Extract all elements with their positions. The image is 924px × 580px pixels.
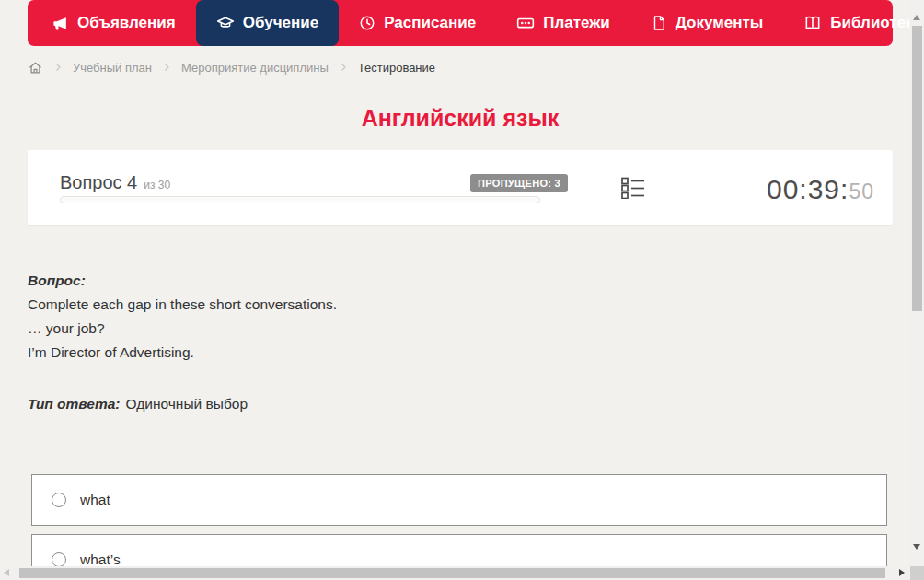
breadcrumb-home-icon[interactable] xyxy=(28,60,43,75)
main-navbar: Объявления Обучение Расписание xyxy=(28,0,893,46)
nav-item-schedule[interactable]: Расписание xyxy=(339,0,496,46)
nav-item-label: Расписание xyxy=(384,14,476,32)
breadcrumb-item-testing: Тестирование xyxy=(358,61,435,75)
nav-item-payments[interactable]: Платежи xyxy=(496,0,630,46)
cash-icon xyxy=(516,14,535,32)
nav-item-label: Объявления xyxy=(77,14,176,32)
timer-seconds: 50 xyxy=(849,180,874,203)
vertical-scrollbar-thumb[interactable] xyxy=(912,26,922,311)
question-total: из 30 xyxy=(144,179,170,191)
answer-type-value: Одиночный выбор xyxy=(126,396,248,412)
test-timer: 00:39:50 xyxy=(767,174,874,205)
scroll-left-arrow-icon[interactable] xyxy=(4,569,9,576)
graduation-cap-icon xyxy=(216,14,235,32)
open-book-icon xyxy=(803,14,822,32)
breadcrumb-separator-icon xyxy=(161,62,172,73)
skipped-badge: ПРОПУЩЕНО: 3 xyxy=(470,174,568,192)
question-list-icon[interactable] xyxy=(621,177,645,203)
nav-item-learning[interactable]: Обучение xyxy=(196,0,339,46)
nav-item-label: Обучение xyxy=(243,14,318,32)
scrollbar-corner xyxy=(910,566,924,580)
scroll-up-arrow-icon[interactable] xyxy=(913,15,920,20)
radio-button-icon[interactable] xyxy=(52,493,66,507)
progress-bar xyxy=(60,196,540,203)
question-number: Вопрос 4 xyxy=(60,172,137,193)
scroll-right-arrow-icon[interactable] xyxy=(899,569,905,576)
vertical-scrollbar[interactable] xyxy=(910,0,924,566)
nav-item-label: Платежи xyxy=(543,14,610,32)
megaphone-icon xyxy=(52,15,69,32)
horizontal-scrollbar-thumb[interactable] xyxy=(19,568,885,578)
question-label: Вопрос: xyxy=(28,269,884,293)
breadcrumb-item-curriculum[interactable]: Учебный план xyxy=(73,61,152,75)
question-text-line: I’m Director of Advertising. xyxy=(28,341,884,365)
timer-main: 00:39: xyxy=(767,174,849,204)
breadcrumb-item-discipline-event[interactable]: Мероприятие дисциплины xyxy=(181,61,329,75)
breadcrumb: Учебный план Мероприятие дисциплины Тест… xyxy=(28,57,435,77)
document-icon xyxy=(651,15,667,31)
answer-option-what[interactable]: what xyxy=(31,474,887,526)
nav-item-library[interactable]: Библиотека xyxy=(783,0,924,46)
clock-icon xyxy=(359,15,375,31)
answer-type-label: Тип ответа: xyxy=(28,396,121,412)
scroll-down-arrow-icon[interactable] xyxy=(913,544,920,550)
page-title: Английский язык xyxy=(28,105,893,132)
question-text-line: … your job? xyxy=(28,317,884,341)
question-text-line: Complete each gap in these short convers… xyxy=(28,293,884,317)
breadcrumb-separator-icon xyxy=(338,62,349,73)
nav-item-documents[interactable]: Документы xyxy=(630,0,784,46)
nav-item-label: Библиотека xyxy=(830,14,922,32)
option-label: what xyxy=(80,492,110,508)
horizontal-scrollbar[interactable] xyxy=(0,566,910,580)
radio-button-icon[interactable] xyxy=(52,552,66,567)
answer-type-row: Тип ответа:Одиночный выбор xyxy=(28,396,248,412)
nav-item-announcements[interactable]: Объявления xyxy=(31,0,196,46)
question-body: Вопрос: Complete each gap in these short… xyxy=(28,269,884,365)
nav-item-label: Документы xyxy=(676,14,764,32)
breadcrumb-separator-icon xyxy=(52,62,64,73)
question-header-panel: Вопрос 4 из 30 ПРОПУЩЕНО: 3 00:39:50 xyxy=(28,150,893,225)
